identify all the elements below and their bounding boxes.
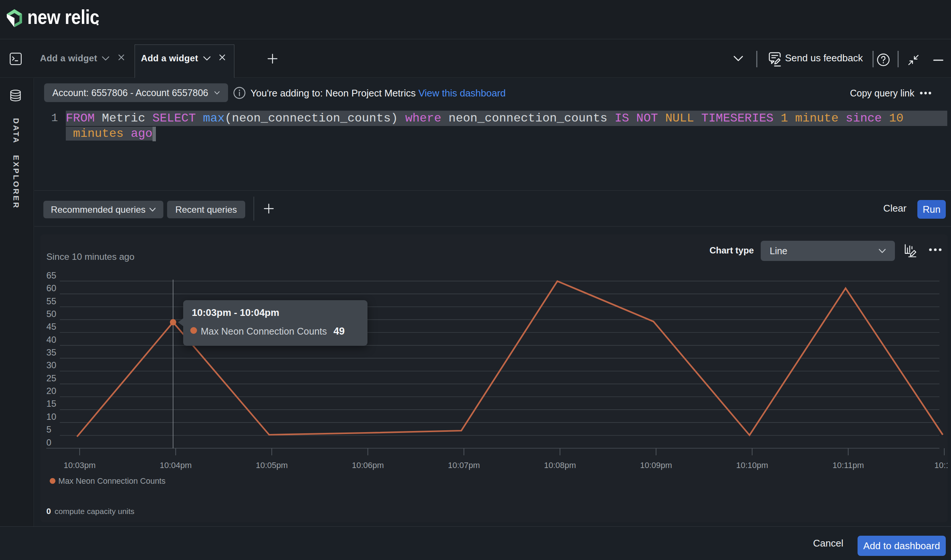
- svg-text:25: 25: [46, 373, 57, 383]
- svg-text:10:03pm: 10:03pm: [63, 460, 96, 470]
- svg-text:60: 60: [46, 283, 57, 293]
- svg-text:10:11pm: 10:11pm: [833, 460, 864, 470]
- svg-text:55: 55: [46, 296, 57, 306]
- svg-text:50: 50: [46, 309, 57, 319]
- svg-text:40: 40: [46, 335, 57, 345]
- svg-text:0: 0: [46, 437, 51, 448]
- svg-text:10:07pm: 10:07pm: [448, 460, 480, 470]
- svg-text:compute capacity units: compute capacity units: [55, 507, 135, 515]
- svg-text:65: 65: [46, 270, 57, 280]
- svg-text:15: 15: [46, 398, 57, 409]
- svg-text:new relic: new relic: [27, 5, 99, 28]
- svg-text:10:1: 10:1: [934, 460, 948, 470]
- svg-text:45: 45: [46, 322, 57, 332]
- svg-text:10:04pm: 10:04pm: [160, 460, 192, 470]
- svg-text:10:05pm: 10:05pm: [256, 460, 288, 470]
- svg-text:5: 5: [46, 424, 51, 434]
- svg-text:10:09pm: 10:09pm: [640, 460, 672, 470]
- svg-text:10:08pm: 10:08pm: [544, 460, 576, 470]
- svg-text:20: 20: [46, 386, 57, 396]
- svg-text:30: 30: [46, 360, 57, 370]
- svg-text:0: 0: [46, 506, 51, 516]
- svg-text:10:10pm: 10:10pm: [736, 460, 768, 470]
- svg-text:10:06pm: 10:06pm: [352, 460, 384, 470]
- svg-text:Max Neon Connection Counts: Max Neon Connection Counts: [58, 477, 166, 486]
- svg-text:10: 10: [46, 412, 57, 422]
- svg-text:35: 35: [46, 347, 57, 357]
